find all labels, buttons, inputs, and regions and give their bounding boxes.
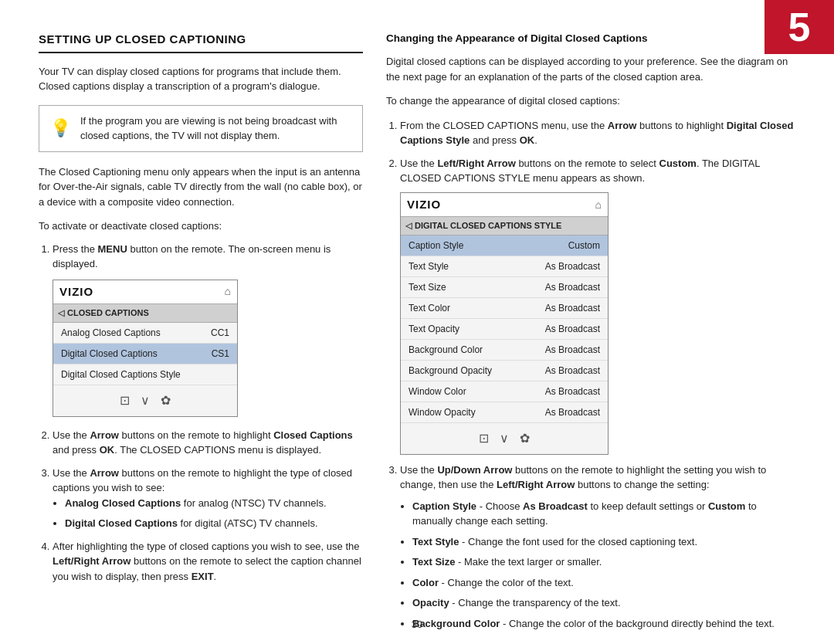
right-bullet-5: Opacity - Change the transparency of the… xyxy=(412,595,795,611)
left-row-value-1: CC1 xyxy=(211,326,229,340)
right-bullet-1: Caption Style - Choose As Broadcast to k… xyxy=(412,499,795,529)
left-column: SETTING UP CLOSED CAPTIONING Your TV can… xyxy=(39,31,363,621)
left-footer-icon-2: ∨ xyxy=(141,391,150,410)
right-footer-icon-1: ⊡ xyxy=(479,429,489,448)
right-row-label-3: Text Size xyxy=(409,280,446,294)
right-footer-icon-3: ✿ xyxy=(520,429,530,448)
right-row-label-1: Caption Style xyxy=(409,239,463,253)
right-row-value-9: As Broadcast xyxy=(545,405,600,419)
right-row-label-5: Text Opacity xyxy=(409,322,459,336)
right-row-label-9: Window Opacity xyxy=(409,405,476,419)
right-row-value-7: As Broadcast xyxy=(545,364,600,378)
left-back-arrow: ◁ xyxy=(58,307,64,320)
left-bullet-list: Analog Closed Captions for analog (NTSC)… xyxy=(53,496,363,531)
right-footer-icon-2: ∨ xyxy=(500,429,509,448)
right-row-value-1: Custom xyxy=(568,239,600,253)
right-bullet-3: Text Size - Make the text larger or smal… xyxy=(412,554,795,570)
main-content: SETTING UP CLOSED CAPTIONING Your TV can… xyxy=(0,0,834,644)
right-row-value-2: As Broadcast xyxy=(545,259,600,273)
page-footer: 30 xyxy=(412,619,422,630)
right-row-label-2: Text Style xyxy=(409,259,449,273)
right-bullet-4: Color - Change the color of the text. xyxy=(412,575,795,591)
right-menu-row-3: Text Size As Broadcast xyxy=(401,277,608,298)
right-menu-row-1: Caption Style Custom xyxy=(401,236,608,256)
left-menu-row-1: Analog Closed Captions CC1 xyxy=(53,323,237,344)
left-step-4: After highlighting the type of closed ca… xyxy=(53,539,363,585)
right-vizio-logo: VIZIO xyxy=(407,196,441,214)
left-row-label-2: Digital Closed Captions xyxy=(61,347,158,361)
right-back-arrow: ◁ xyxy=(405,219,412,232)
left-steps-list: Press the MENU button on the remote. The… xyxy=(39,242,363,585)
right-menu-header: VIZIO ⌂ xyxy=(401,193,608,218)
right-row-value-8: As Broadcast xyxy=(545,385,600,398)
page-number-badge: 5 xyxy=(764,0,834,54)
left-menu-header: VIZIO ⌂ xyxy=(53,280,237,305)
right-menu-row-6: Background Color As Broadcast xyxy=(401,340,608,361)
left-home-icon: ⌂ xyxy=(225,283,231,300)
right-menu-title: DIGITAL CLOSED CAPTIONS STYLE xyxy=(415,219,561,232)
right-menu-row-8: Window Color As Broadcast xyxy=(401,381,608,402)
right-col-heading: Changing the Appearance of Digital Close… xyxy=(386,31,795,46)
left-footer-icon-3: ✿ xyxy=(161,391,171,410)
left-bullet-1: Analog Closed Captions for analog (NTSC)… xyxy=(65,496,363,511)
left-menu-footer: ⊡ ∨ ✿ xyxy=(53,385,237,416)
right-row-label-7: Background Opacity xyxy=(409,364,492,378)
right-bullet-list: Caption Style - Choose As Broadcast to k… xyxy=(400,499,795,632)
right-home-icon: ⌂ xyxy=(595,197,602,213)
right-menu-footer: ⊡ ∨ ✿ xyxy=(401,423,608,454)
right-row-value-5: As Broadcast xyxy=(545,322,600,336)
right-menu-row-9: Window Opacity As Broadcast xyxy=(401,402,608,423)
right-step-2: Use the Left/Right Arrow buttons on the … xyxy=(400,156,795,455)
right-menu-row-7: Background Opacity As Broadcast xyxy=(401,361,608,381)
right-menu-row-4: Text Color As Broadcast xyxy=(401,298,608,319)
right-step-3: Use the Up/Down Arrow buttons on the rem… xyxy=(400,463,795,632)
body-text-1: The Closed Captioning menu only appears … xyxy=(39,164,363,210)
info-box: 💡 If the program you are viewing is not … xyxy=(39,105,363,152)
right-row-label-6: Background Color xyxy=(409,343,483,357)
right-row-value-3: As Broadcast xyxy=(545,280,600,294)
right-menu-row-5: Text Opacity As Broadcast xyxy=(401,319,608,340)
left-row-label-3: Digital Closed Captions Style xyxy=(61,368,181,381)
left-menu-title-row: ◁ CLOSED CAPTIONS xyxy=(53,304,237,323)
left-row-value-2: CS1 xyxy=(212,347,229,361)
left-bullet-2: Digital Closed Captions for digital (ATS… xyxy=(65,516,363,531)
right-menu-row-2: Text Style As Broadcast xyxy=(401,256,608,277)
intro-text: Your TV can display closed captions for … xyxy=(39,64,363,94)
right-column: Changing the Appearance of Digital Close… xyxy=(386,31,795,621)
left-menu-row-2: Digital Closed Captions CS1 xyxy=(53,344,237,364)
left-row-label-1: Analog Closed Captions xyxy=(61,326,161,340)
left-tv-menu: VIZIO ⌂ ◁ CLOSED CAPTIONS Analog Closed … xyxy=(53,280,238,417)
right-intro-1: Digital closed captions can be displayed… xyxy=(386,54,795,84)
right-bullet-6: Background Color - Change the color of t… xyxy=(412,616,795,632)
right-bullet-2: Text Style - Change the font used for th… xyxy=(412,534,795,550)
right-intro-2: To change the appearance of digital clos… xyxy=(386,93,795,109)
left-menu-title: CLOSED CAPTIONS xyxy=(67,307,149,320)
right-steps-list: From the CLOSED CAPTIONS menu, use the A… xyxy=(386,118,795,632)
right-row-label-8: Window Color xyxy=(409,385,466,398)
section-title: SETTING UP CLOSED CAPTIONING xyxy=(39,31,363,53)
body-text-2: To activate or deactivate closed caption… xyxy=(39,219,363,234)
right-row-label-4: Text Color xyxy=(409,301,450,315)
left-step-3: Use the Arrow buttons on the remote to h… xyxy=(53,466,363,531)
right-row-value-4: As Broadcast xyxy=(545,301,600,315)
left-vizio-logo: VIZIO xyxy=(59,283,93,301)
left-footer-icon-1: ⊡ xyxy=(120,391,130,410)
left-step-1: Press the MENU button on the remote. The… xyxy=(53,242,363,417)
right-tv-menu: VIZIO ⌂ ◁ DIGITAL CLOSED CAPTIONS STYLE … xyxy=(400,192,609,455)
bulb-icon: 💡 xyxy=(50,115,71,141)
right-row-value-6: As Broadcast xyxy=(545,343,600,357)
left-step-2: Use the Arrow buttons on the remote to h… xyxy=(53,428,363,458)
badge-number: 5 xyxy=(788,7,811,47)
left-menu-row-3: Digital Closed Captions Style xyxy=(53,364,237,385)
right-menu-title-row: ◁ DIGITAL CLOSED CAPTIONS STYLE xyxy=(401,217,608,236)
right-step-1: From the CLOSED CAPTIONS menu, use the A… xyxy=(400,118,795,148)
info-box-text: If the program you are viewing is not be… xyxy=(80,114,351,144)
